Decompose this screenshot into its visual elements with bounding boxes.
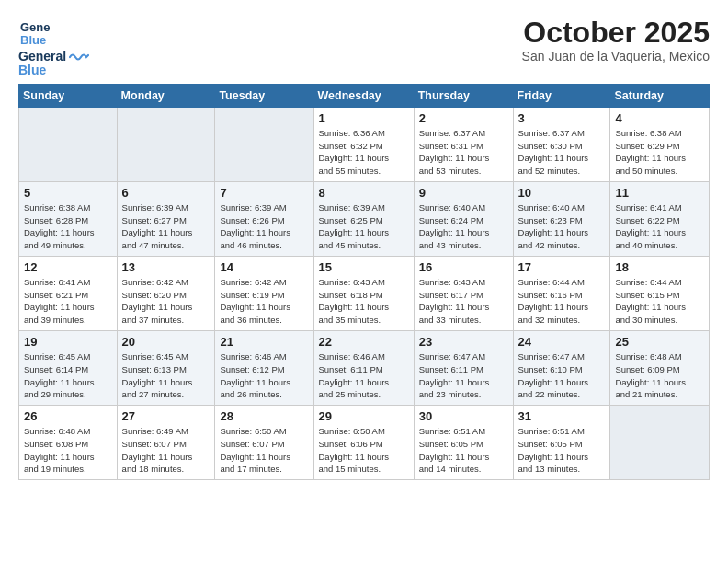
calendar-cell: 8Sunrise: 6:39 AMSunset: 6:25 PMDaylight… <box>313 181 414 256</box>
day-number: 13 <box>122 260 210 274</box>
calendar-cell: 26Sunrise: 6:48 AMSunset: 6:08 PMDayligh… <box>19 406 118 480</box>
calendar-cell: 1Sunrise: 6:36 AMSunset: 6:32 PMDaylight… <box>313 107 414 181</box>
day-number: 28 <box>220 409 308 423</box>
day-number: 30 <box>419 409 508 423</box>
day-info: Sunrise: 6:50 AMSunset: 6:06 PMDaylight:… <box>319 425 409 476</box>
page: General Blue General Blue October 2025 S… <box>0 0 728 497</box>
calendar-cell: 5Sunrise: 6:38 AMSunset: 6:28 PMDaylight… <box>19 181 118 256</box>
day-info: Sunrise: 6:42 AMSunset: 6:20 PMDaylight:… <box>122 276 210 327</box>
calendar-cell <box>215 107 313 181</box>
calendar-cell: 4Sunrise: 6:38 AMSunset: 6:29 PMDaylight… <box>610 107 710 181</box>
calendar-cell: 18Sunrise: 6:44 AMSunset: 6:15 PMDayligh… <box>610 256 710 330</box>
calendar-cell: 30Sunrise: 6:51 AMSunset: 6:05 PMDayligh… <box>414 406 513 480</box>
calendar-week-row: 19Sunrise: 6:45 AMSunset: 6:14 PMDayligh… <box>19 330 710 405</box>
logo-text-general: General <box>18 50 66 63</box>
day-info: Sunrise: 6:43 AMSunset: 6:18 PMDaylight:… <box>319 276 409 327</box>
day-info: Sunrise: 6:51 AMSunset: 6:05 PMDaylight:… <box>518 425 606 476</box>
day-info: Sunrise: 6:39 AMSunset: 6:25 PMDaylight:… <box>319 201 409 252</box>
day-number: 15 <box>319 260 409 274</box>
day-info: Sunrise: 6:39 AMSunset: 6:27 PMDaylight:… <box>122 201 210 252</box>
day-info: Sunrise: 6:45 AMSunset: 6:13 PMDaylight:… <box>122 350 210 401</box>
day-number: 31 <box>518 409 606 423</box>
logo-icon: General Blue <box>18 17 51 50</box>
calendar-week-row: 1Sunrise: 6:36 AMSunset: 6:32 PMDaylight… <box>19 107 710 181</box>
logo-text-blue: Blue <box>18 63 89 77</box>
weekday-header-wednesday: Wednesday <box>313 84 414 107</box>
calendar-cell: 17Sunrise: 6:44 AMSunset: 6:16 PMDayligh… <box>513 256 610 330</box>
day-info: Sunrise: 6:48 AMSunset: 6:09 PMDaylight:… <box>615 350 704 401</box>
calendar-cell: 19Sunrise: 6:45 AMSunset: 6:14 PMDayligh… <box>19 330 118 405</box>
location: San Juan de la Vaqueria, Mexico <box>522 49 710 63</box>
calendar-cell: 6Sunrise: 6:39 AMSunset: 6:27 PMDaylight… <box>117 181 215 256</box>
day-info: Sunrise: 6:37 AMSunset: 6:30 PMDaylight:… <box>518 127 606 178</box>
calendar-cell <box>19 107 118 181</box>
calendar-cell: 2Sunrise: 6:37 AMSunset: 6:31 PMDaylight… <box>414 107 513 181</box>
day-info: Sunrise: 6:46 AMSunset: 6:11 PMDaylight:… <box>319 350 409 401</box>
calendar-cell: 23Sunrise: 6:47 AMSunset: 6:11 PMDayligh… <box>414 330 513 405</box>
day-number: 6 <box>122 186 210 200</box>
day-number: 4 <box>615 111 704 125</box>
day-info: Sunrise: 6:51 AMSunset: 6:05 PMDaylight:… <box>419 425 508 476</box>
calendar-cell <box>117 107 215 181</box>
day-number: 2 <box>419 111 508 125</box>
calendar-cell: 14Sunrise: 6:42 AMSunset: 6:19 PMDayligh… <box>215 256 313 330</box>
day-number: 16 <box>419 260 508 274</box>
day-number: 19 <box>24 335 112 349</box>
weekday-header-thursday: Thursday <box>414 84 513 107</box>
calendar-cell: 9Sunrise: 6:40 AMSunset: 6:24 PMDaylight… <box>414 181 513 256</box>
calendar-cell: 21Sunrise: 6:46 AMSunset: 6:12 PMDayligh… <box>215 330 313 405</box>
day-info: Sunrise: 6:39 AMSunset: 6:26 PMDaylight:… <box>220 201 308 252</box>
day-number: 29 <box>319 409 409 423</box>
title-block: October 2025 San Juan de la Vaqueria, Me… <box>522 17 710 63</box>
calendar-cell: 16Sunrise: 6:43 AMSunset: 6:17 PMDayligh… <box>414 256 513 330</box>
day-number: 22 <box>319 335 409 349</box>
day-number: 17 <box>518 260 606 274</box>
day-number: 10 <box>518 186 606 200</box>
day-number: 23 <box>419 335 508 349</box>
calendar-table: SundayMondayTuesdayWednesdayThursdayFrid… <box>18 84 710 480</box>
day-number: 9 <box>419 186 508 200</box>
weekday-header-saturday: Saturday <box>610 84 710 107</box>
day-number: 26 <box>24 409 112 423</box>
weekday-header-sunday: Sunday <box>19 84 118 107</box>
day-info: Sunrise: 6:43 AMSunset: 6:17 PMDaylight:… <box>419 276 508 327</box>
day-info: Sunrise: 6:38 AMSunset: 6:29 PMDaylight:… <box>615 127 704 178</box>
day-info: Sunrise: 6:47 AMSunset: 6:11 PMDaylight:… <box>419 350 508 401</box>
header: General Blue General Blue October 2025 S… <box>18 17 710 78</box>
logo: General Blue General Blue <box>18 17 89 78</box>
svg-text:General: General <box>20 20 51 34</box>
svg-text:Blue: Blue <box>20 33 46 47</box>
day-number: 24 <box>518 335 606 349</box>
calendar-cell: 25Sunrise: 6:48 AMSunset: 6:09 PMDayligh… <box>610 330 710 405</box>
day-number: 1 <box>319 111 409 125</box>
day-info: Sunrise: 6:44 AMSunset: 6:15 PMDaylight:… <box>615 276 704 327</box>
day-number: 5 <box>24 186 112 200</box>
day-number: 18 <box>615 260 704 274</box>
month-title: October 2025 <box>522 17 710 49</box>
calendar-week-row: 5Sunrise: 6:38 AMSunset: 6:28 PMDaylight… <box>19 181 710 256</box>
calendar-cell: 15Sunrise: 6:43 AMSunset: 6:18 PMDayligh… <box>313 256 414 330</box>
day-number: 7 <box>220 186 308 200</box>
calendar-cell: 3Sunrise: 6:37 AMSunset: 6:30 PMDaylight… <box>513 107 610 181</box>
day-number: 27 <box>122 409 210 423</box>
calendar-cell: 13Sunrise: 6:42 AMSunset: 6:20 PMDayligh… <box>117 256 215 330</box>
day-info: Sunrise: 6:36 AMSunset: 6:32 PMDaylight:… <box>319 127 409 178</box>
day-info: Sunrise: 6:37 AMSunset: 6:31 PMDaylight:… <box>419 127 508 178</box>
calendar-cell: 22Sunrise: 6:46 AMSunset: 6:11 PMDayligh… <box>313 330 414 405</box>
calendar-cell: 11Sunrise: 6:41 AMSunset: 6:22 PMDayligh… <box>610 181 710 256</box>
day-info: Sunrise: 6:38 AMSunset: 6:28 PMDaylight:… <box>24 201 112 252</box>
weekday-header-monday: Monday <box>117 84 215 107</box>
calendar-cell: 24Sunrise: 6:47 AMSunset: 6:10 PMDayligh… <box>513 330 610 405</box>
weekday-header-friday: Friday <box>513 84 610 107</box>
day-info: Sunrise: 6:41 AMSunset: 6:21 PMDaylight:… <box>24 276 112 327</box>
day-info: Sunrise: 6:48 AMSunset: 6:08 PMDaylight:… <box>24 425 112 476</box>
day-number: 14 <box>220 260 308 274</box>
day-number: 8 <box>319 186 409 200</box>
calendar-cell: 7Sunrise: 6:39 AMSunset: 6:26 PMDaylight… <box>215 181 313 256</box>
calendar-week-row: 12Sunrise: 6:41 AMSunset: 6:21 PMDayligh… <box>19 256 710 330</box>
calendar-week-row: 26Sunrise: 6:48 AMSunset: 6:08 PMDayligh… <box>19 406 710 480</box>
calendar-header-row: SundayMondayTuesdayWednesdayThursdayFrid… <box>19 84 710 107</box>
day-info: Sunrise: 6:45 AMSunset: 6:14 PMDaylight:… <box>24 350 112 401</box>
day-info: Sunrise: 6:50 AMSunset: 6:07 PMDaylight:… <box>220 425 308 476</box>
day-info: Sunrise: 6:42 AMSunset: 6:19 PMDaylight:… <box>220 276 308 327</box>
